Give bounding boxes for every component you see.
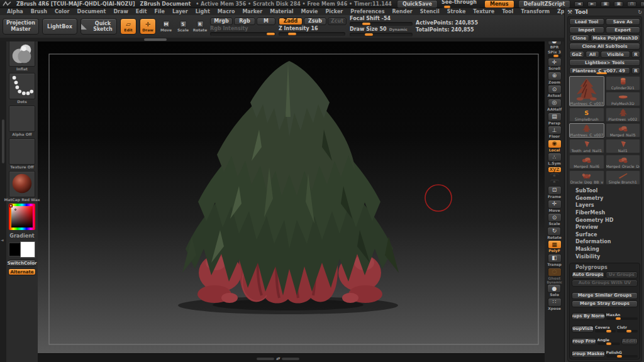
section-fibermesh[interactable]: FiberMesh (569, 209, 640, 217)
clone-all-subtools-button[interactable]: Clone All SubTools (569, 43, 640, 50)
coverage-slider[interactable]: Covera (595, 326, 616, 332)
menu-tool[interactable]: Tool (499, 9, 516, 14)
menu-color[interactable]: Color (52, 9, 73, 14)
quicksave-button[interactable]: QuickSave (397, 0, 438, 8)
alpha-selector[interactable]: Alpha Off (9, 106, 35, 136)
strip-l-sym-button[interactable]: ∴L.Sym (548, 153, 562, 166)
strip-floor-button[interactable]: ⊥Floor (548, 126, 562, 139)
section-surface[interactable]: Surface (569, 231, 640, 239)
strip-frame-button[interactable]: ⊡Frame (548, 186, 562, 199)
texture-selector[interactable]: Texture Off (9, 138, 35, 169)
gradient-label[interactable]: Gradient (9, 233, 34, 239)
group-visible-button[interactable]: GroupVisible (572, 326, 594, 332)
load-tool-button[interactable]: Load Tool (569, 18, 604, 25)
move-button[interactable]: M Move (159, 19, 173, 33)
goz-visible-button[interactable]: Visible (601, 51, 630, 58)
copy-doc-icon[interactable]: ▣ (601, 1, 610, 7)
strip-transp-button[interactable]: ◧Transp (547, 254, 562, 267)
inventory-item-plantrees-c-v007[interactable]: Plantrees_C_v007 (569, 123, 604, 138)
palette-cycle-icon[interactable]: ↻ (638, 9, 642, 15)
section-deformation[interactable]: Deformation (569, 238, 640, 246)
additive-button[interactable]: Additi (621, 338, 638, 345)
rgb-intensity-slider[interactable]: Rgb Intensity (210, 26, 275, 36)
angle-slider[interactable]: Angle (597, 338, 621, 345)
section-masking[interactable]: Masking (569, 246, 640, 253)
menu-document[interactable]: Document (74, 9, 109, 14)
switch-color-button[interactable]: SwitchColor (8, 260, 36, 266)
color-picker[interactable]: R (9, 204, 35, 230)
quick-sketch-button[interactable]: Quick Sketch (80, 18, 117, 35)
stroke-selector[interactable]: Dots (9, 73, 35, 104)
groups-by-normals-button[interactable]: Groups By Normals (572, 313, 605, 320)
menu-picker[interactable]: Picker (322, 9, 346, 14)
menu-alpha[interactable]: Alpha (4, 9, 26, 14)
section-geometry-hd[interactable]: Geometry HD (569, 216, 640, 224)
section-geometry[interactable]: Geometry (569, 195, 640, 202)
spix-slider[interactable] (548, 55, 562, 57)
strip-item-button[interactable]: ◦ (550, 173, 559, 179)
current-tool-mini-slider[interactable] (597, 72, 607, 74)
lightbox-tools-button[interactable]: Lightbox> Tools (569, 59, 640, 66)
import-button[interactable]: Import (569, 26, 604, 33)
strip-persp-button[interactable]: ▤Persp (548, 112, 562, 126)
polish-slider[interactable]: PolishG (606, 351, 638, 358)
strip-aahalf-button[interactable]: ◎AAHalf (547, 99, 562, 112)
lock-icon[interactable]: ⊓ (627, 1, 636, 7)
strip-actual-button[interactable]: ⊙Actual (548, 85, 562, 98)
inventory-item-oracle-dog-bb-v[interactable]: Oracle_Dog_BB_v (569, 170, 604, 185)
save-as-button[interactable]: Save As (606, 18, 641, 25)
inventory-item-cylinder3d1[interactable]: Cylinder3D1 (606, 76, 641, 90)
make-polymesh3d-button[interactable]: Make PolyMesh3D (591, 35, 640, 41)
menu-movie[interactable]: Movie (298, 9, 321, 14)
draw-size-slider[interactable]: Draw Size 50Dynamic (350, 27, 413, 36)
section-visibility[interactable]: Visibility (569, 253, 640, 260)
section-preview[interactable]: Preview (569, 224, 640, 231)
edit-button[interactable]: ▱ Edit (120, 18, 136, 35)
menus-button[interactable]: Menus (484, 0, 514, 8)
inventory-item-polymesh3d[interactable]: PolyMesh3D (606, 92, 641, 106)
menu-draw[interactable]: Draw (110, 9, 131, 14)
zcut-button[interactable]: Zcut (328, 18, 347, 25)
lightbox-button[interactable]: LightBox (42, 18, 77, 35)
menu-layer[interactable]: Layer (169, 9, 191, 14)
strip-xpose-button[interactable]: ∷Xpose (548, 298, 562, 311)
strip-scale-button[interactable]: ⊙Scale (548, 213, 562, 226)
strip-xyz-button[interactable]: xyz (548, 167, 562, 173)
clone-button[interactable]: Clone (569, 35, 589, 41)
strip-scroll-button[interactable]: ✛Scroll (548, 58, 562, 71)
strip-polyf-button[interactable]: ▦PolyF (548, 240, 562, 253)
merge-similar-groups-button[interactable]: Merge Similar Groups (572, 292, 638, 299)
inventory-item-single-branch1[interactable]: Single Branch1 (606, 170, 641, 185)
stroke-thumbnail-dots[interactable] (9, 73, 35, 99)
alpha-thumbnail-off[interactable] (9, 106, 35, 132)
goz-all-button[interactable]: All (586, 51, 599, 58)
paste-doc-icon[interactable]: ▣ (614, 1, 623, 7)
material-selector[interactable]: MatCap Red Wax (4, 171, 40, 202)
group-masked-button[interactable]: Group Masked (572, 351, 605, 358)
menu-render[interactable]: Render (389, 9, 415, 14)
texture-thumbnail-off[interactable] (9, 138, 35, 165)
default-zscript-button[interactable]: DefaultZScript (518, 0, 571, 8)
auto-groups-button[interactable]: Auto Groups (572, 272, 604, 278)
group-front-button[interactable]: Group Front (572, 338, 596, 345)
projection-master-button[interactable]: Projection Master (3, 18, 39, 35)
auto-groups-with-uv-button[interactable]: Auto Groups With UV (572, 280, 638, 287)
strip-spix-3-button[interactable]: SPix 3 (548, 50, 562, 58)
substrip-slider[interactable] (144, 38, 167, 41)
menu-stencil[interactable]: Stencil (417, 9, 443, 14)
strip-ghost-button[interactable]: ◌Ghost (548, 268, 562, 281)
menu-light[interactable]: Light (192, 9, 213, 14)
uv-groups-button[interactable]: Uv Groups (606, 272, 638, 278)
merge-stray-groups-button[interactable]: Merge Stray Groups (572, 300, 638, 307)
left-scroll-handle[interactable] (2, 119, 4, 163)
strip-local-button[interactable]: ◉Local (548, 140, 562, 153)
brush-selector[interactable]: Inflat (9, 40, 35, 71)
scale-button[interactable]: S Scale (176, 19, 190, 33)
maxangle-slider[interactable]: MaxAn (606, 313, 638, 320)
section-layers[interactable]: Layers (569, 202, 640, 209)
canvas-divider-handle[interactable]: ▲▼ (257, 357, 299, 360)
inventory-item-plantrees-v002[interactable]: Plantrees_v002 (606, 107, 641, 122)
z-intensity-slider[interactable]: Z Intensity 16 (279, 26, 347, 36)
polygroups-title[interactable]: Polygroups (572, 265, 638, 270)
inventory-item-nail1[interactable]: Nail1 (606, 139, 641, 153)
